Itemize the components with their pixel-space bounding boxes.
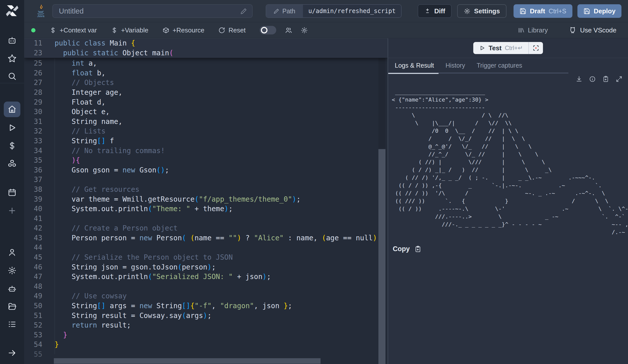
line-number: 50 bbox=[24, 301, 42, 311]
line-number: 35 bbox=[24, 156, 42, 165]
ai-assistant-icon[interactable] bbox=[8, 36, 17, 45]
library-icon bbox=[518, 27, 525, 34]
code-line: 31 String name, bbox=[24, 117, 387, 127]
account-icon[interactable] bbox=[8, 248, 17, 257]
language-server-status-dot bbox=[31, 28, 35, 32]
library-label: Library bbox=[528, 26, 548, 34]
variables-icon[interactable] bbox=[8, 141, 17, 150]
use-vscode-button[interactable]: Use VScode bbox=[569, 26, 616, 34]
add-context-var-label: +Context var bbox=[60, 26, 97, 34]
line-number: 53 bbox=[24, 330, 42, 340]
diff-button[interactable]: Diff bbox=[418, 4, 452, 18]
code-line: 36 Gson gson = new Gson(); bbox=[24, 165, 387, 175]
dollar-icon bbox=[111, 27, 118, 34]
line-number: 47 bbox=[24, 272, 42, 282]
editor-horizontal-scrollbar-thumb[interactable] bbox=[54, 358, 321, 364]
tab-history[interactable]: History bbox=[446, 58, 465, 73]
play-icon bbox=[479, 45, 485, 51]
diff-label: Diff bbox=[434, 7, 445, 15]
tab-trigger-captures[interactable]: Trigger captures bbox=[477, 58, 522, 73]
code-line: 50 String[] args = new String[]{"-f", "d… bbox=[24, 301, 387, 311]
resources-icon[interactable] bbox=[8, 159, 17, 168]
path-group[interactable]: Path u/admin/refreshed_script bbox=[266, 4, 402, 18]
edit-title-pencil-icon[interactable] bbox=[241, 8, 247, 14]
line-number: 41 bbox=[24, 214, 42, 224]
home-icon[interactable] bbox=[8, 105, 17, 114]
expand-icon[interactable] bbox=[616, 76, 622, 82]
save-icon bbox=[520, 8, 526, 15]
library-button[interactable]: Library bbox=[518, 26, 548, 34]
code-line: 37 bbox=[24, 175, 387, 185]
info-icon[interactable] bbox=[589, 76, 596, 82]
code-line: 42 // Create a Person object bbox=[24, 223, 387, 233]
workers-icon[interactable] bbox=[8, 284, 17, 293]
add-resource-button[interactable]: +Resource bbox=[163, 26, 204, 34]
java-language-icon: Java bbox=[35, 5, 46, 18]
copy-label: Copy bbox=[393, 245, 410, 253]
clipboard-copy-icon[interactable] bbox=[602, 76, 609, 82]
logs-icon[interactable] bbox=[8, 320, 17, 329]
line-number: 39 bbox=[24, 195, 42, 204]
line-number: 37 bbox=[24, 175, 42, 185]
line-number: 49 bbox=[24, 291, 42, 301]
line-number: 29 bbox=[24, 98, 42, 107]
clipboard-copy-icon[interactable] bbox=[414, 246, 421, 253]
line-number: 23 bbox=[24, 48, 42, 58]
settings-icon[interactable] bbox=[8, 266, 17, 275]
windmill-script-editor: Java Untitled Path u/admin/refreshed_scr… bbox=[0, 0, 628, 364]
line-number: 42 bbox=[24, 223, 42, 233]
line-number: 31 bbox=[24, 117, 42, 127]
deploy-button[interactable]: Deploy bbox=[577, 4, 622, 18]
use-vscode-label: Use VScode bbox=[580, 26, 616, 34]
code-line: 45 // Serialize the Person object to JSO… bbox=[24, 253, 387, 262]
favorites-icon[interactable] bbox=[8, 54, 17, 63]
test-button[interactable]: Test Ctrl+↵ bbox=[473, 44, 528, 52]
code-line: 55 bbox=[24, 350, 387, 359]
sidebar bbox=[0, 0, 24, 364]
path-pencil-icon bbox=[274, 8, 279, 14]
run-output: ___________________________ < {"name":"A… bbox=[392, 88, 628, 236]
capture-test-button[interactable] bbox=[529, 42, 543, 54]
test-label: Test bbox=[489, 44, 502, 52]
code-line: 49 // Use cowsay bbox=[24, 291, 387, 301]
result-toolbar bbox=[388, 73, 628, 84]
line-number: 28 bbox=[24, 88, 42, 98]
editor-settings-gear-icon[interactable] bbox=[301, 27, 308, 34]
script-title-input[interactable]: Untitled bbox=[52, 4, 253, 18]
tab-logs-and-result[interactable]: Logs & Result bbox=[395, 58, 434, 73]
runs-icon[interactable] bbox=[8, 123, 17, 132]
add-variable-label: +Variable bbox=[121, 26, 148, 34]
editor-vertical-scrollbar-thumb[interactable] bbox=[378, 149, 385, 364]
add-variable-button[interactable]: +Variable bbox=[111, 26, 148, 34]
draft-label: Draft bbox=[530, 7, 545, 15]
settings-button[interactable]: Settings bbox=[457, 4, 506, 18]
test-button-group[interactable]: Test Ctrl+↵ bbox=[473, 42, 543, 54]
code-line: 52 return result; bbox=[24, 321, 387, 330]
folders-icon[interactable] bbox=[8, 302, 17, 311]
add-context-var-button[interactable]: +Context var bbox=[50, 26, 97, 34]
indent-guide bbox=[55, 59, 55, 354]
code-lines[interactable]: 25 int a,26 float b,27 // Objects28 Inte… bbox=[24, 58, 387, 359]
code-editor[interactable]: 11public class Main {23 public static Ob… bbox=[24, 38, 387, 364]
schedules-icon[interactable] bbox=[8, 188, 17, 197]
draft-button[interactable]: Draft Ctrl+S bbox=[514, 4, 572, 18]
reset-button[interactable]: Reset bbox=[218, 26, 246, 34]
dollar-icon bbox=[50, 27, 56, 34]
code-line: 41 bbox=[24, 214, 387, 224]
line-number: 43 bbox=[24, 233, 42, 243]
line-number: 46 bbox=[24, 262, 42, 272]
windmill-logo-icon[interactable] bbox=[4, 3, 20, 19]
collaboration-toggle[interactable] bbox=[260, 26, 276, 34]
search-icon[interactable] bbox=[8, 72, 17, 81]
topbar: Java Untitled Path u/admin/refreshed_scr… bbox=[24, 0, 628, 22]
expand-sidebar-icon[interactable] bbox=[8, 348, 17, 357]
code-line: 27 // Objects bbox=[24, 78, 387, 88]
copy-result-row[interactable]: Copy bbox=[393, 245, 628, 253]
line-number: 25 bbox=[24, 59, 42, 68]
download-icon[interactable] bbox=[576, 76, 582, 82]
create-new-icon[interactable] bbox=[8, 206, 17, 215]
path-edit-button[interactable]: Path bbox=[266, 5, 303, 17]
code-line: 26 float b, bbox=[24, 68, 387, 78]
line-number: 27 bbox=[24, 78, 42, 88]
multiplayer-users-icon[interactable] bbox=[285, 27, 292, 34]
